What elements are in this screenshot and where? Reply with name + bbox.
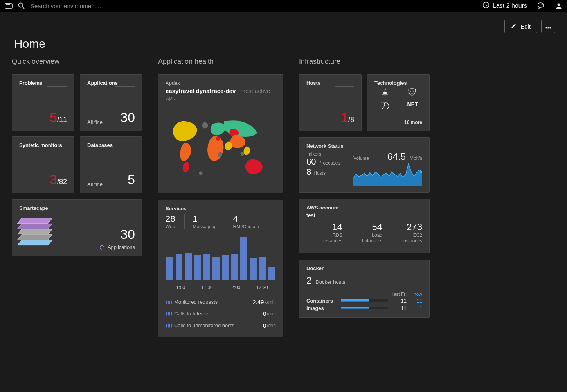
db-count: 5	[128, 172, 135, 187]
svg-rect-1	[6, 4, 7, 5]
docker-col-last: last Fri	[391, 292, 407, 297]
tile-network[interactable]: Network Status Talkers 60Processes 8Host…	[299, 137, 430, 193]
column-overview: Quick overview Problems 5/11 Application…	[12, 57, 142, 256]
x-tick: 12:30	[256, 285, 268, 290]
column-infra: Infrastructure Hosts 1/8 Technologies .N…	[299, 57, 430, 318]
svc-col-count: 28	[166, 214, 175, 224]
search-input[interactable]	[31, 3, 132, 9]
aws-col-label: EC2instances	[386, 233, 422, 244]
section-title-overview: Quick overview	[12, 57, 142, 66]
bar	[240, 237, 247, 280]
aws-col: 273EC2instances	[386, 222, 422, 247]
svc-col-count: 4	[233, 214, 259, 224]
svg-rect-6	[7, 7, 11, 7]
docker-hosts-count: 2	[306, 275, 311, 286]
apps-status: All fine	[87, 119, 103, 125]
svg-rect-2	[7, 4, 8, 5]
services-label: Services	[166, 206, 276, 211]
tile-services[interactable]: Services 28Web1Messaging4RMI/Custom 11:0…	[158, 200, 283, 337]
docker-row-last: 11	[391, 305, 407, 311]
svc-row-label: Monitored requests	[174, 299, 218, 305]
tile-apdex[interactable]: Apdex easytravel dynatrace-dev | most ac…	[158, 74, 283, 193]
tile-applications[interactable]: Applications All fine 30	[80, 74, 142, 131]
docker-row-now: 11	[407, 298, 422, 304]
docker-row-label: Images	[306, 305, 338, 311]
svc-row-value: 2.49	[252, 299, 264, 305]
svg-point-14	[549, 27, 551, 28]
docker-row-last: 11	[391, 298, 407, 304]
docker-hosts-label: Docker hosts	[315, 279, 345, 285]
edit-button[interactable]: Edit	[504, 20, 537, 33]
services-row: ▮▮▮Calls to unmonitored hosts0/min	[166, 320, 276, 331]
docker-row-label: Containers	[306, 298, 338, 304]
svg-point-13	[547, 27, 549, 28]
bar	[268, 267, 275, 280]
aws-col-label: RDSinstances	[306, 233, 342, 244]
time-range-label: Last 2 hours	[493, 2, 527, 9]
bar	[250, 258, 257, 280]
svg-rect-3	[8, 4, 9, 5]
tile-smartscape[interactable]: Smartscape 30 Applications	[12, 199, 142, 256]
aws-col-count: 273	[386, 222, 422, 233]
docker-col-now: now	[407, 292, 422, 297]
talkers-label: Talkers	[306, 151, 349, 157]
bar	[259, 257, 266, 281]
time-range-selector[interactable]: Last 2 hours	[482, 2, 527, 10]
net-hosts-label: Hosts	[313, 170, 326, 176]
aws-label: AWS account	[306, 205, 422, 211]
svc-col-label: Messaging	[193, 224, 215, 229]
bar-chart-icon: ▮▮▮	[166, 311, 171, 316]
svc-col-label: RMI/Custom	[233, 224, 259, 229]
svg-text:?: ?	[541, 3, 543, 7]
tile-databases[interactable]: Databases All fine 5	[80, 136, 142, 193]
network-sparkline	[353, 162, 422, 186]
search-icon[interactable]	[18, 2, 25, 9]
processes-count: 60	[306, 157, 316, 167]
svc-row-unit: /min	[267, 311, 276, 317]
tile-problems[interactable]: Problems 5/11	[12, 74, 74, 131]
section-title-infra: Infrastructure	[299, 57, 430, 66]
problems-total: /11	[57, 116, 67, 124]
java-icon	[381, 88, 389, 98]
tile-label: Smartscape	[19, 205, 77, 211]
apdex-label: Apdex	[166, 80, 276, 86]
tile-label: Syntetic monitors	[19, 142, 67, 148]
processes-label: Processes	[318, 160, 340, 166]
svc-col-count: 1	[193, 214, 215, 224]
services-breakdown: 28Web1Messaging4RMI/Custom	[166, 214, 276, 229]
tile-aws[interactable]: AWS account test 14RDSinstances54Loadbal…	[299, 199, 430, 253]
svg-point-11	[558, 4, 560, 6]
svc-row-label: Calls to Internet	[174, 311, 210, 317]
problems-count: 5	[50, 110, 57, 125]
dotnet-icon: .NET	[406, 101, 418, 111]
bar-chart-icon: ▮▮▮	[166, 299, 171, 304]
tile-label: Problems	[19, 80, 67, 86]
tile-label: Databases	[87, 142, 135, 148]
svg-rect-5	[11, 4, 11, 5]
tile-technologies[interactable]: Technologies .NET 16 more	[367, 74, 430, 131]
bar-chart-icon: ▮▮▮	[166, 323, 171, 328]
aws-col-count: 14	[306, 222, 342, 233]
tile-synthetic[interactable]: Syntetic monitors 3/82	[12, 136, 74, 193]
column-app-health: Application health Apdex easytravel dyna…	[158, 57, 283, 337]
docker-row-bar	[341, 299, 388, 302]
volume-label: Volume	[353, 156, 369, 161]
aws-breakdown: 14RDSinstances54Loadbalancers273EC2insta…	[306, 222, 422, 247]
tile-label: Applications	[87, 80, 135, 86]
edit-label: Edit	[520, 23, 531, 30]
x-tick: 11:30	[201, 285, 213, 290]
net-hosts-count: 8	[306, 167, 311, 177]
help-icon[interactable]: ?	[538, 2, 546, 10]
tile-docker[interactable]: Docker 2 Docker hosts last Fri now Conta…	[299, 260, 430, 318]
tomcat-icon	[407, 88, 417, 98]
volume-unit: Mbit/s	[410, 156, 422, 161]
svc-col-label: Web	[166, 224, 175, 229]
svg-rect-4	[9, 4, 10, 5]
bar	[166, 257, 173, 281]
tile-hosts[interactable]: Hosts 1/8	[299, 74, 362, 131]
user-icon[interactable]	[555, 2, 562, 9]
svc-row-unit: k/min	[265, 299, 276, 305]
keyboard-icon[interactable]	[5, 3, 13, 9]
more-button[interactable]	[541, 20, 555, 33]
page-toolbar: Edit	[0, 12, 567, 33]
